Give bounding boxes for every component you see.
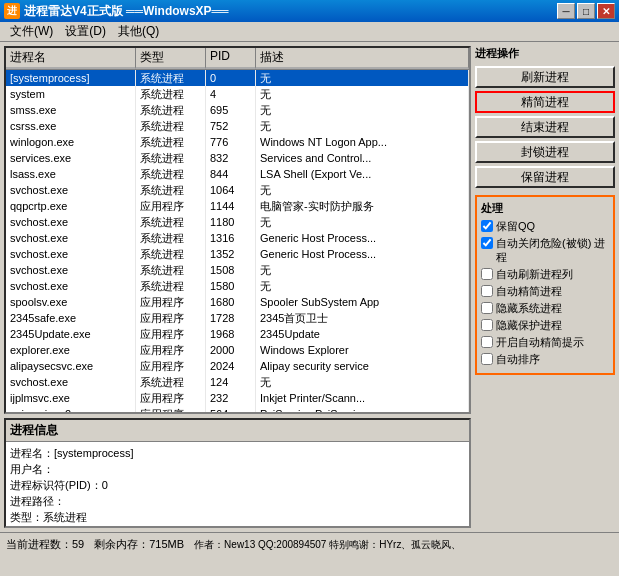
option-label: 自动刷新进程列 [496, 267, 609, 281]
table-row[interactable]: system 系统进程 4 无 [6, 86, 469, 102]
action-buttons: 刷新进程精简进程结束进程封锁进程保留进程 [475, 66, 615, 188]
cell-type: 系统进程 [136, 278, 206, 294]
table-row[interactable]: services.exe 系统进程 832 Services and Contr… [6, 150, 469, 166]
option-checkbox-6[interactable] [481, 336, 493, 348]
table-row[interactable]: lsass.exe 系统进程 844 LSA Shell (Export Ve.… [6, 166, 469, 182]
table-row[interactable]: explorer.exe 应用程序 2000 Windows Explorer [6, 342, 469, 358]
option-checkbox-0[interactable] [481, 220, 493, 232]
cell-name: spoolsv.exe [6, 294, 136, 310]
cell-desc: 无 [256, 214, 469, 230]
option-label: 自动排序 [496, 352, 609, 366]
btn-block[interactable]: 封锁进程 [475, 141, 615, 163]
table-row[interactable]: ijplmsvc.exe 应用程序 232 Inkjet Printer/Sca… [6, 390, 469, 406]
table-row[interactable]: svchost.exe 系统进程 1508 无 [6, 262, 469, 278]
cell-type: 系统进程 [136, 102, 206, 118]
table-row[interactable]: svchost.exe 系统进程 124 无 [6, 374, 469, 390]
cell-desc: 无 [256, 278, 469, 294]
option-checkbox-2[interactable] [481, 268, 493, 280]
cell-type: 应用程序 [136, 310, 206, 326]
option-checkbox-1[interactable] [481, 237, 493, 249]
btn-optimize[interactable]: 精简进程 [475, 91, 615, 113]
cell-pid: 564 [206, 406, 256, 412]
main-container: 进程名 类型 PID 描述 [systemprocess] 系统进程 0 无 s… [0, 42, 619, 532]
table-row[interactable]: spoolsv.exe 应用程序 1680 Spooler SubSystem … [6, 294, 469, 310]
cell-type: 系统进程 [136, 262, 206, 278]
cell-name: svchost.exe [6, 246, 136, 262]
col-header-name[interactable]: 进程名 [6, 48, 136, 69]
minimize-button[interactable]: ─ [557, 3, 575, 19]
cell-pid: 1580 [206, 278, 256, 294]
col-header-desc[interactable]: 描述 [256, 48, 469, 69]
table-row[interactable]: svchost.exe 系统进程 1316 Generic Host Proce… [6, 230, 469, 246]
cell-name: svchost.exe [6, 230, 136, 246]
option-checkbox-5[interactable] [481, 319, 493, 331]
info-panel: 进程信息 进程名：[systemprocess]用户名：进程标识符(PID)：0… [4, 418, 471, 528]
btn-keep[interactable]: 保留进程 [475, 166, 615, 188]
options-title: 处理 [481, 201, 609, 216]
cell-pid: 0 [206, 70, 256, 86]
menu-other[interactable]: 其他(Q) [112, 22, 165, 41]
cell-name: qqpcrtp.exe [6, 198, 136, 214]
table-row[interactable]: winlogon.exe 系统进程 776 Windows NT Logon A… [6, 134, 469, 150]
table-row[interactable]: psiservice_2.exe 应用程序 564 PsiService Psi… [6, 406, 469, 412]
table-row[interactable]: svchost.exe 系统进程 1180 无 [6, 214, 469, 230]
cell-pid: 124 [206, 374, 256, 390]
menu-settings[interactable]: 设置(D) [59, 22, 112, 41]
status-bar: 当前进程数：59 剩余内存：715MB 作者：New13 QQ:20089450… [0, 532, 619, 556]
cell-desc: 无 [256, 182, 469, 198]
close-button[interactable]: ✕ [597, 3, 615, 19]
table-row[interactable]: [systemprocess] 系统进程 0 无 [6, 70, 469, 86]
cell-desc: Services and Control... [256, 150, 469, 166]
table-row[interactable]: alipaysecsvc.exe 应用程序 2024 Alipay securi… [6, 358, 469, 374]
cell-desc: 无 [256, 262, 469, 278]
cell-pid: 1144 [206, 198, 256, 214]
col-header-type[interactable]: 类型 [136, 48, 206, 69]
cell-type: 系统进程 [136, 70, 206, 86]
cell-pid: 1680 [206, 294, 256, 310]
table-row[interactable]: svchost.exe 系统进程 1064 无 [6, 182, 469, 198]
info-line: 类型：系统进程 [10, 509, 465, 525]
cell-pid: 1316 [206, 230, 256, 246]
cell-pid: 695 [206, 102, 256, 118]
cell-name: [systemprocess] [6, 70, 136, 86]
table-row[interactable]: qqpcrtp.exe 应用程序 1144 电脑管家-实时防护服务 [6, 198, 469, 214]
maximize-button[interactable]: □ [577, 3, 595, 19]
info-panel-title: 进程信息 [6, 420, 469, 442]
cell-pid: 1064 [206, 182, 256, 198]
option-label: 保留QQ [496, 219, 609, 233]
table-row[interactable]: csrss.exe 系统进程 752 无 [6, 118, 469, 134]
option-checkbox-7[interactable] [481, 353, 493, 365]
option-label: 隐藏系统进程 [496, 301, 609, 315]
table-row[interactable]: svchost.exe 系统进程 1580 无 [6, 278, 469, 294]
cell-desc: Generic Host Process... [256, 246, 469, 262]
btn-refresh[interactable]: 刷新进程 [475, 66, 615, 88]
cell-type: 应用程序 [136, 390, 206, 406]
cell-type: 应用程序 [136, 406, 206, 412]
cell-pid: 832 [206, 150, 256, 166]
table-row[interactable]: 2345Update.exe 应用程序 1968 2345Update [6, 326, 469, 342]
cell-desc: Generic Host Process... [256, 230, 469, 246]
table-body[interactable]: [systemprocess] 系统进程 0 无 system 系统进程 4 无… [6, 70, 469, 412]
info-line: 进程标识符(PID)：0 [10, 477, 465, 493]
cell-name: smss.exe [6, 102, 136, 118]
option-checkbox-3[interactable] [481, 285, 493, 297]
cell-type: 应用程序 [136, 198, 206, 214]
table-row[interactable]: smss.exe 系统进程 695 无 [6, 102, 469, 118]
btn-end[interactable]: 结束进程 [475, 116, 615, 138]
cell-desc: 无 [256, 86, 469, 102]
cell-name: 2345Update.exe [6, 326, 136, 342]
col-header-pid[interactable]: PID [206, 48, 256, 69]
right-panel: 进程操作 刷新进程精简进程结束进程封锁进程保留进程 处理 保留QQ自动关闭危险(… [475, 46, 615, 528]
cell-desc: Windows Explorer [256, 342, 469, 358]
cell-pid: 4 [206, 86, 256, 102]
table-row[interactable]: 2345safe.exe 应用程序 1728 2345首页卫士 [6, 310, 469, 326]
cell-pid: 844 [206, 166, 256, 182]
cell-pid: 1968 [206, 326, 256, 342]
menu-file[interactable]: 文件(W) [4, 22, 59, 41]
table-row[interactable]: svchost.exe 系统进程 1352 Generic Host Proce… [6, 246, 469, 262]
option-checkbox-4[interactable] [481, 302, 493, 314]
cell-desc: 电脑管家-实时防护服务 [256, 198, 469, 214]
info-line: 进程名：[systemprocess] [10, 445, 465, 461]
cell-name: csrss.exe [6, 118, 136, 134]
info-line: 进程路径： [10, 493, 465, 509]
